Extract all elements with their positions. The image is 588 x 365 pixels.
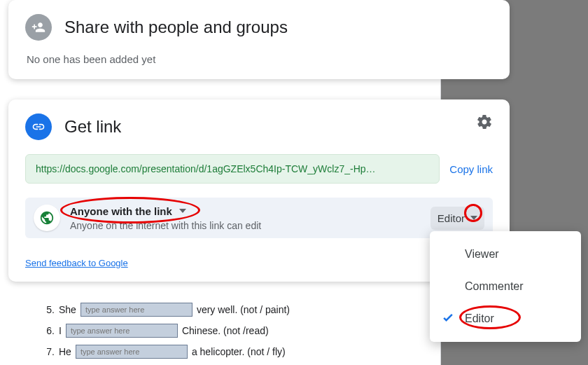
menu-item-commenter[interactable]: Commenter	[430, 270, 581, 303]
row-subject: I	[59, 325, 62, 336]
menu-item-viewer[interactable]: Viewer	[430, 238, 581, 270]
role-dropdown[interactable]: Editor	[430, 207, 484, 230]
row-tail: a helicopter. (not / fly)	[192, 346, 286, 357]
row-number: 5.	[39, 304, 55, 315]
link-row: https://docs.google.com/presentation/d/1…	[25, 154, 493, 184]
send-feedback-link[interactable]: Send feedback to Google	[25, 258, 128, 268]
access-scope-dropdown[interactable]: Anyone with the link	[70, 205, 421, 217]
link-url-box[interactable]: https://docs.google.com/presentation/d/1…	[25, 154, 440, 184]
menu-item-label: Viewer	[465, 248, 499, 261]
access-row: Anyone with the link Anyone on the inter…	[25, 198, 493, 238]
menu-item-label: Commenter	[465, 280, 524, 293]
globe-icon	[34, 205, 60, 231]
menu-item-label: Editor	[465, 312, 494, 325]
person-add-icon	[25, 14, 52, 41]
answer-input[interactable]	[76, 345, 188, 359]
share-subtitle: No one has been added yet	[27, 53, 493, 65]
check-icon	[441, 310, 455, 327]
answer-input[interactable]	[80, 303, 192, 317]
share-title: Share with people and groups	[64, 18, 288, 37]
answer-input[interactable]	[66, 324, 178, 338]
access-text: Anyone with the link Anyone on the inter…	[70, 205, 421, 231]
worksheet-row: 5. She very well. (not / paint)	[39, 303, 426, 317]
role-label: Editor	[438, 212, 465, 224]
copy-link-button[interactable]: Copy link	[449, 163, 493, 175]
worksheet-row: 6. I Chinese. (not /read)	[39, 324, 426, 338]
row-number: 6.	[39, 325, 55, 336]
row-number: 7.	[39, 346, 55, 357]
settings-button[interactable]	[476, 113, 493, 133]
row-subject: He	[59, 346, 71, 357]
share-card-header: Share with people and groups	[25, 14, 493, 41]
link-icon	[25, 113, 52, 140]
menu-item-editor[interactable]: Editor	[430, 303, 581, 335]
chevron-down-icon	[470, 216, 477, 220]
access-scope-label: Anyone with the link	[70, 205, 172, 217]
worksheet-row: 7. He a helicopter. (not / fly)	[39, 345, 426, 359]
role-menu: Viewer Commenter Editor	[430, 231, 581, 342]
share-card: Share with people and groups No one has …	[8, 0, 510, 79]
row-tail: Chinese. (not /read)	[182, 325, 269, 336]
row-subject: She	[59, 304, 76, 315]
row-tail: very well. (not / paint)	[197, 304, 290, 315]
get-link-header: Get link	[25, 113, 493, 140]
access-description: Anyone on the internet with this link ca…	[70, 220, 421, 231]
get-link-title: Get link	[64, 117, 121, 137]
chevron-down-icon	[179, 209, 186, 213]
